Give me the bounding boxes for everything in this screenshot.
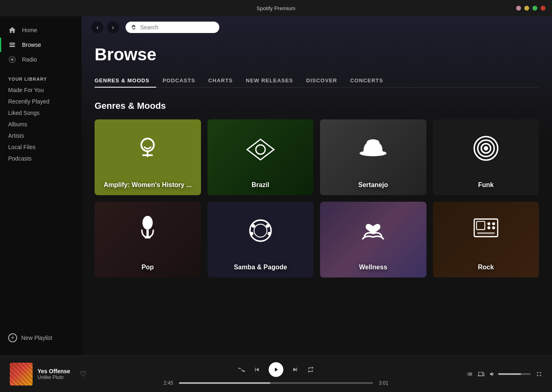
genre-card-sertanejo[interactable]: Sertanejo	[320, 119, 426, 195]
sidebar-item-browse-label: Browse	[22, 42, 41, 48]
playback-buttons	[238, 362, 314, 377]
library-items: Made For You Recently Played Liked Songs…	[8, 85, 73, 164]
volume-icon-button[interactable]	[489, 371, 496, 377]
browse-tabs: GENRES & MOODS PODCASTS CHARTS NEW RELEA…	[95, 74, 539, 88]
svg-rect-28	[477, 232, 495, 234]
devices-button[interactable]	[478, 371, 484, 377]
fullscreen-button[interactable]	[536, 371, 542, 377]
next-button[interactable]	[291, 366, 299, 373]
sidebar-item-home[interactable]: Home	[0, 23, 82, 37]
genre-card-rock[interactable]: Rock	[433, 202, 539, 277]
sidebar: Home Browse Radio	[0, 16, 82, 355]
library-label: YOUR LIBRARY	[8, 77, 73, 81]
sidebar-nav: Home Browse Radio	[0, 23, 82, 67]
sidebar-item-radio[interactable]: Radio	[0, 52, 82, 67]
sidebar-item-made-for-you[interactable]: Made For You	[8, 85, 73, 95]
svg-point-16	[250, 220, 271, 241]
app-body: Home Browse Radio	[0, 16, 552, 355]
svg-point-12	[484, 147, 487, 150]
tab-concerts[interactable]: CONCERTS	[344, 74, 390, 88]
time-total: 3:01	[377, 380, 390, 386]
time-current: 2:45	[162, 380, 175, 386]
home-icon	[8, 26, 16, 34]
sidebar-item-local-files[interactable]: Local Files	[8, 142, 73, 152]
svg-point-13	[143, 216, 153, 230]
svg-marker-5	[247, 139, 274, 160]
sidebar-item-artists[interactable]: Artists	[8, 130, 73, 141]
tab-discover[interactable]: DISCOVER	[300, 74, 344, 88]
funk-icon	[471, 134, 501, 163]
track-artist: Unlike Pluto	[38, 374, 70, 380]
genre-card-pop[interactable]: Pop	[95, 202, 201, 277]
shuffle-button[interactable]	[238, 366, 245, 373]
svg-point-21	[267, 232, 271, 236]
genre-card-amplify[interactable]: Amplify: Women's History ...	[95, 119, 201, 195]
genre-card-wellness-label: Wellness	[359, 264, 387, 271]
svg-point-8	[367, 139, 380, 146]
svg-rect-14	[146, 229, 149, 236]
window-dot-red[interactable]	[541, 6, 545, 11]
prev-button[interactable]	[253, 366, 261, 373]
page-title: Browse	[95, 45, 539, 64]
svg-point-24	[487, 222, 490, 225]
forward-button[interactable]: ›	[107, 21, 119, 33]
svg-point-6	[256, 145, 265, 154]
plus-circle-icon: +	[8, 333, 17, 342]
wellness-icon	[358, 216, 388, 245]
sidebar-item-albums[interactable]: Albums	[8, 119, 73, 130]
window-dot-yellow[interactable]	[524, 6, 529, 11]
genre-card-samba[interactable]: Samba & Pagode	[208, 202, 314, 277]
volume-fill	[498, 373, 521, 375]
svg-rect-15	[145, 237, 150, 239]
library-section: YOUR LIBRARY Made For You Recently Playe…	[0, 77, 82, 164]
tab-charts[interactable]: CHARTS	[202, 74, 239, 88]
window-controls	[516, 6, 545, 11]
track-thumbnail	[10, 363, 33, 385]
tab-genres-moods[interactable]: GENRES & MOODS	[95, 74, 156, 88]
repeat-button[interactable]	[307, 366, 314, 373]
main-content: ‹ › Browse GENRES & MOODS PODCASTS CHART…	[82, 16, 552, 355]
sidebar-item-home-label: Home	[22, 27, 37, 33]
progress-bar[interactable]	[179, 382, 373, 384]
player-track: Yes Offense Unlike Pluto ♡	[10, 363, 124, 385]
titlebar: Spotify Premium	[0, 0, 552, 16]
tab-podcasts[interactable]: PODCASTS	[156, 74, 202, 88]
sidebar-item-liked-songs[interactable]: Liked Songs	[8, 108, 73, 118]
player-right	[428, 371, 542, 377]
sidebar-item-browse[interactable]: Browse	[0, 37, 82, 52]
sidebar-item-radio-label: Radio	[22, 56, 37, 63]
sidebar-item-recently-played[interactable]: Recently Played	[8, 96, 73, 107]
samba-icon	[246, 218, 275, 244]
brazil-icon	[246, 138, 275, 161]
track-info: Yes Offense Unlike Pluto	[38, 368, 70, 380]
volume-slider[interactable]	[498, 373, 531, 375]
svg-point-25	[492, 222, 495, 225]
sertanejo-icon	[358, 137, 388, 160]
genre-card-wellness[interactable]: Wellness	[320, 202, 426, 277]
browse-icon	[8, 41, 16, 49]
new-playlist-button[interactable]: + New Playlist	[8, 333, 73, 342]
genre-card-funk[interactable]: Funk	[433, 119, 539, 195]
like-button[interactable]: ♡	[80, 370, 86, 379]
svg-rect-23	[477, 221, 485, 229]
queue-button[interactable]	[466, 371, 473, 377]
nav-arrows: ‹ ›	[91, 21, 119, 33]
genre-card-sertanejo-label: Sertanejo	[358, 181, 388, 189]
genre-grid: Amplify: Women's History ... Brazil	[95, 119, 539, 277]
genre-card-amplify-label: Amplify: Women's History ...	[104, 181, 192, 189]
genre-card-brazil-label: Brazil	[252, 181, 269, 189]
window-dot-pink[interactable]	[516, 6, 521, 11]
svg-point-26	[487, 227, 490, 229]
search-input[interactable]	[140, 24, 214, 31]
genre-card-brazil[interactable]: Brazil	[208, 119, 314, 195]
player-bar: Yes Offense Unlike Pluto ♡	[0, 355, 552, 392]
back-button[interactable]: ‹	[91, 21, 104, 33]
window-dot-green[interactable]	[532, 6, 537, 11]
play-pause-button[interactable]	[269, 362, 283, 377]
search-bar[interactable]	[126, 22, 219, 33]
radio-icon	[8, 55, 16, 64]
sidebar-bottom: + New Playlist	[0, 327, 82, 349]
sidebar-item-podcasts[interactable]: Podcasts	[8, 153, 73, 164]
genre-card-funk-label: Funk	[478, 181, 494, 189]
tab-new-releases[interactable]: NEW RELEASES	[239, 74, 300, 88]
